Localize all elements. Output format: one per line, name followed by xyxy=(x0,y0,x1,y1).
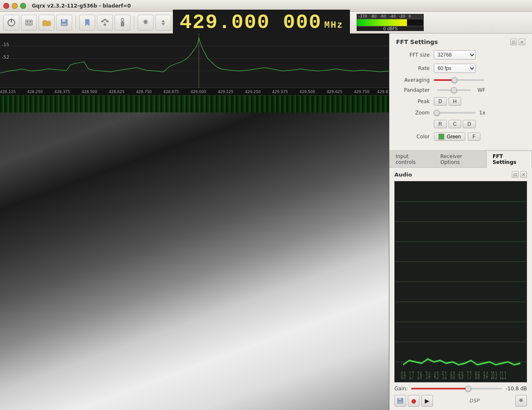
fft-settings-tab[interactable]: FFT Settings xyxy=(486,151,532,168)
rate-select[interactable]: 60 fps 10 fps 25 fps 50 fps xyxy=(434,64,476,73)
d-button[interactable]: D xyxy=(463,120,476,128)
signal-scale: -370 -80 -60 -40 -20 0 xyxy=(357,14,424,19)
color-value-label: Green xyxy=(447,134,461,140)
toolbar: 429.000 000 MHz -370 -80 -60 -40 -20 0 0… xyxy=(0,12,532,34)
svg-rect-11 xyxy=(104,19,106,21)
power-button[interactable] xyxy=(3,15,19,31)
svg-rect-12 xyxy=(104,24,106,26)
arrow-button[interactable] xyxy=(155,15,171,31)
audio-spectrum-curve: 0.9 1.7 2.6 3.4 4.3 5.1 6.0 6.9 7.7 8.6 … xyxy=(395,182,527,382)
record-button[interactable]: ● xyxy=(408,395,420,407)
rate-label: Rate xyxy=(396,65,434,71)
tab-bar: Input controls Receiver Options FFT Sett… xyxy=(389,151,532,168)
peak-h-button[interactable]: H xyxy=(449,97,462,106)
fft-restore-button[interactable]: ⊡ xyxy=(510,39,517,45)
c-button[interactable]: C xyxy=(449,120,462,128)
photo-bg xyxy=(0,96,389,410)
zoom-control: 1x xyxy=(434,110,525,116)
waterfall-display[interactable] xyxy=(0,96,389,410)
photo-area xyxy=(0,96,389,410)
svg-text:10.3: 10.3 xyxy=(491,370,497,381)
freq-tick-7: 429.000 xyxy=(190,90,206,94)
color-select-button[interactable]: Green xyxy=(434,132,465,141)
pandapter-slider[interactable] xyxy=(437,89,471,91)
hardware-button[interactable] xyxy=(21,15,37,31)
save-button[interactable] xyxy=(56,15,72,31)
averaging-slider[interactable] xyxy=(434,79,484,81)
freq-tick-6: 428.875 xyxy=(163,90,179,94)
spectrum-svg xyxy=(0,34,389,88)
signal-bar-container xyxy=(357,19,424,26)
freq-tick-12: 429.625 xyxy=(327,90,342,94)
right-panel: FFT Settings ⊡ ✕ FFT size 32768 1024 204… xyxy=(389,34,532,410)
audio-window-controls: ⊡ ✕ xyxy=(512,171,527,178)
input-controls-tab[interactable]: Input controls xyxy=(389,151,434,168)
peak-d-button[interactable]: D xyxy=(434,97,447,106)
spectrum-display[interactable]: -15 -52 xyxy=(0,34,389,88)
svg-text:1.7: 1.7 xyxy=(409,370,414,381)
receiver-options-tab[interactable]: Receiver Options xyxy=(434,151,486,168)
audio-spectrum-display[interactable]: -8 -16 -24 -32 -40 -48 -56 -64 - xyxy=(394,181,527,382)
frequency-display[interactable]: 429.000 000 MHz xyxy=(173,10,350,36)
f-button[interactable]: F xyxy=(468,132,480,141)
r-button[interactable]: R xyxy=(434,120,447,128)
color-swatch xyxy=(438,134,444,140)
svg-rect-49 xyxy=(398,401,402,403)
floppy-button[interactable] xyxy=(394,395,406,407)
svg-rect-3 xyxy=(26,21,29,23)
averaging-control xyxy=(434,79,525,81)
fft-size-select[interactable]: 32768 1024 2048 4096 8192 16384 65536 xyxy=(434,50,476,60)
audio-settings-button[interactable] xyxy=(515,395,527,407)
settings-button[interactable] xyxy=(138,15,154,31)
minimize-button[interactable] xyxy=(12,3,18,9)
gain-value-label: -10.8 dB xyxy=(506,386,527,392)
signal-bar xyxy=(357,19,407,26)
svg-text:4.3: 4.3 xyxy=(434,370,438,381)
zoom-slider[interactable] xyxy=(434,112,476,114)
freq-tick-1: 428.250 xyxy=(27,90,43,94)
rate-row: Rate 60 fps 10 fps 25 fps 50 fps xyxy=(396,64,525,73)
left-panel: -15 -52 428.125 428.250 428.375 428.500 … xyxy=(0,34,389,410)
wf-label: WF xyxy=(477,87,485,93)
main-layout: -15 -52 428.125 428.250 428.375 428.500 … xyxy=(0,34,532,410)
maximize-button[interactable] xyxy=(20,3,26,9)
fft-size-label: FFT size xyxy=(396,52,434,58)
peak-row: Peak D H xyxy=(396,97,525,106)
toolbar-separator-1 xyxy=(76,16,76,29)
svg-point-17 xyxy=(121,18,124,21)
db-label-bottom: -52 xyxy=(2,54,9,60)
close-button[interactable] xyxy=(3,3,9,9)
fft-close-button[interactable]: ✕ xyxy=(519,39,525,45)
averaging-row: Averaging xyxy=(396,77,525,83)
bookmark-button[interactable] xyxy=(79,15,95,31)
audio-panel: Audio ⊡ ✕ -8 -16 -24 -32 xyxy=(389,168,532,410)
freq-tick-10: 429.375 xyxy=(272,90,288,94)
audio-controls: ● ▶ DSP xyxy=(394,395,527,407)
gain-row: Gain: -10.8 dB xyxy=(394,386,527,392)
peak-label: Peak xyxy=(396,99,434,104)
pandapter-row: Pandapter WF xyxy=(396,87,525,93)
svg-text:11.1: 11.1 xyxy=(500,370,506,381)
folder-button[interactable] xyxy=(39,15,55,31)
rcd-buttons: R C D xyxy=(434,120,525,128)
freq-tick-4: 428.625 xyxy=(109,90,124,94)
dsp-label: DSP xyxy=(435,398,514,404)
waterfall-overlay xyxy=(0,96,389,112)
fft-window-controls: ⊡ ✕ xyxy=(510,39,525,45)
network-button[interactable] xyxy=(97,15,113,31)
audio-header: Audio ⊡ ✕ xyxy=(394,171,527,178)
color-label: Color xyxy=(396,134,434,140)
db-label-top: -15 xyxy=(2,42,9,47)
play-button[interactable]: ▶ xyxy=(421,395,433,407)
gain-slider[interactable] xyxy=(411,388,503,389)
svg-text:6.9: 6.9 xyxy=(459,370,463,381)
audio-close-button[interactable]: ✕ xyxy=(520,171,527,178)
remote-button[interactable] xyxy=(115,15,130,31)
color-control: Green F xyxy=(434,132,525,141)
audio-restore-button[interactable]: ⊡ xyxy=(512,171,519,178)
svg-text:8.6: 8.6 xyxy=(475,370,480,381)
freq-tick-3: 428.500 xyxy=(82,90,97,94)
fft-settings-panel: FFT Settings ⊡ ✕ FFT size 32768 1024 204… xyxy=(389,34,532,151)
audio-title: Audio xyxy=(394,171,412,178)
averaging-label: Averaging xyxy=(396,77,434,83)
